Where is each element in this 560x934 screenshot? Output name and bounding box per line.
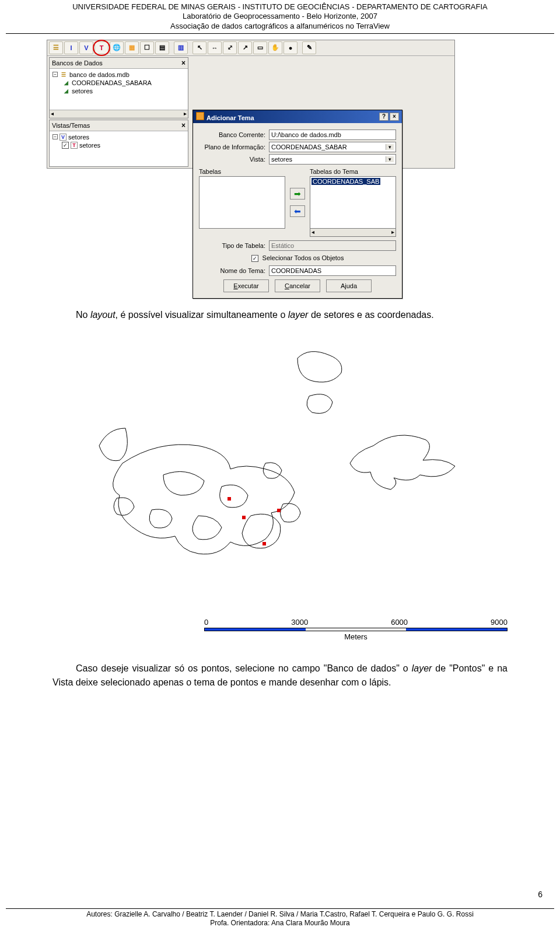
header-rule — [6, 33, 554, 34]
banco-value: U:/\banco de dados.mdb — [271, 131, 341, 138]
scale-tick: 3000 — [291, 618, 308, 627]
pointer-icon[interactable]: ↖ — [192, 41, 206, 54]
views-panel-title: Vistas/Temas — [52, 122, 90, 129]
vista-combo[interactable]: setores ▾ — [269, 154, 396, 165]
tree-view-root[interactable]: − V setores — [51, 133, 186, 141]
banco-label: Banco Corrente: — [199, 131, 269, 138]
para1-a: No — [76, 310, 90, 320]
para2-a: Caso deseje visualizar só os pontos, sel… — [76, 663, 412, 673]
vista-label: Vista: — [199, 156, 269, 163]
tabelas-listbox[interactable] — [199, 176, 285, 229]
map-figure: 0 3000 6000 9000 Meters — [47, 341, 513, 644]
databases-panel: Bancos de Dados × − ☰ banco de dados.mdb… — [49, 57, 188, 118]
dialog-titlebar[interactable]: Adicionar Tema ? × — [193, 110, 402, 123]
para1-c: , é possível visualizar simultaneamente … — [116, 310, 288, 320]
add-theme-dialog: Adicionar Tema ? × Banco Corrente: U:/\b… — [192, 110, 402, 299]
checkbox-icon[interactable]: ✓ — [251, 255, 258, 262]
tabelas-tema-item[interactable]: COORDENADAS_SAB — [312, 178, 380, 185]
tipo-field: Estático — [269, 240, 396, 251]
rect-icon[interactable]: ▭ — [253, 41, 267, 54]
tree-collapse-icon[interactable]: − — [52, 72, 58, 77]
dialog-icon — [196, 112, 204, 120]
dialog-title: Adicionar Tema — [206, 114, 254, 121]
footer-line2: Profa. Orientadora: Ana Clara Mourão Mou… — [12, 919, 548, 928]
nome-value: COORDENADAS — [271, 267, 321, 274]
multi-icon[interactable]: ▤ — [155, 41, 169, 54]
panel-scrollbar[interactable]: ◂▸ — [50, 110, 188, 118]
info-icon[interactable]: I — [64, 41, 78, 54]
layer-icon: ◢ — [62, 88, 70, 95]
layout-icon[interactable]: ▥ — [174, 41, 188, 54]
cancel-button[interactable]: Cancelar — [275, 279, 320, 292]
close-icon[interactable]: × — [181, 121, 186, 130]
execute-button[interactable]: Executar — [223, 279, 269, 292]
views-panel: Vistas/Temas × − V setores ✓ T setores — [49, 120, 188, 167]
map-svg — [47, 341, 513, 644]
database-icon[interactable]: ☰ — [49, 41, 63, 54]
help-button-icon[interactable]: ? — [379, 113, 388, 121]
move-left-button[interactable]: ⬅ — [290, 205, 305, 217]
help-button[interactable]: Ajuda — [326, 279, 372, 292]
tree-layer-row[interactable]: ◢ setores — [51, 87, 186, 95]
view-icon[interactable]: V — [79, 41, 93, 54]
app-icon[interactable]: ▦ — [125, 41, 139, 54]
sel-icon[interactable]: ↗ — [238, 41, 252, 54]
pencil-icon[interactable]: ✎ — [302, 41, 316, 54]
para1-layout: layout — [90, 310, 116, 320]
tree-label: banco de dados.mdb — [69, 71, 130, 78]
checkbox-icon[interactable]: ✓ — [62, 142, 69, 149]
svg-rect-0 — [228, 497, 231, 501]
para1-layer: layer — [288, 310, 309, 320]
circle-icon[interactable]: ● — [284, 41, 298, 54]
plano-combo[interactable]: COORDENADAS_SABAR ▾ — [269, 142, 396, 152]
tree-label: setores — [72, 88, 93, 95]
nome-label: Nome do Tema: — [199, 267, 269, 274]
page-footer: Autores: Grazielle A. Carvalho / Beatriz… — [0, 910, 560, 928]
svg-rect-2 — [277, 509, 281, 512]
tabelas-tema-label: Tabelas do Tema — [310, 168, 396, 175]
close-icon[interactable]: × — [181, 59, 186, 67]
close-icon[interactable]: × — [390, 113, 399, 121]
scale-tick: 6000 — [391, 618, 408, 627]
scale-tick: 0 — [204, 618, 208, 627]
select-all-row[interactable]: ✓ Selecionar Todos os Objetos — [199, 254, 396, 262]
para2-layer: layer — [412, 663, 432, 673]
theme-icon: T — [71, 142, 78, 149]
view-icon: V — [60, 134, 66, 141]
window-icon[interactable]: ☐ — [140, 41, 154, 54]
plano-label: Plano de Informação: — [199, 144, 269, 151]
scale-unit: Meters — [204, 632, 508, 641]
tree-label: setores — [68, 134, 89, 141]
databases-panel-title: Bancos de Dados — [52, 60, 103, 67]
svg-rect-3 — [262, 542, 266, 545]
body-text-1: No layout, é possível visualizar simulta… — [0, 296, 560, 335]
zoom-icon[interactable]: ⤢ — [223, 41, 237, 54]
map-scalebar: 0 3000 6000 9000 Meters — [204, 618, 508, 641]
tree-label: COORDENADAS_SABARA — [72, 79, 152, 86]
tree-theme-row[interactable]: ✓ T setores — [51, 141, 186, 149]
para1-e: de setores e as coordenadas. — [308, 310, 433, 320]
theme-icon[interactable]: T — [94, 41, 108, 54]
header-line2: Laboratório de Geoprocessamento - Belo H… — [6, 12, 554, 21]
move-right-button[interactable]: ➡ — [290, 188, 305, 200]
chevron-down-icon[interactable]: ▾ — [386, 156, 394, 162]
arrow-right-icon: ➡ — [294, 189, 301, 198]
tabelas-tema-listbox[interactable]: COORDENADAS_SAB — [310, 176, 396, 229]
database-icon: ☰ — [60, 71, 68, 78]
listbox-scrollbar[interactable]: ◂▸ — [310, 229, 396, 237]
hand-icon[interactable]: ✋ — [268, 41, 282, 54]
tree-db-root[interactable]: − ☰ banco de dados.mdb — [51, 71, 186, 79]
svg-rect-1 — [242, 516, 246, 519]
tree-collapse-icon[interactable]: − — [52, 134, 58, 139]
pan-icon[interactable]: ↔ — [208, 41, 222, 54]
header-line3: Associação de dados cartográficos a alfa… — [6, 22, 554, 31]
chevron-down-icon[interactable]: ▾ — [386, 144, 394, 150]
tree-label: setores — [79, 142, 100, 149]
select-all-label: Selecionar Todos os Objetos — [262, 254, 344, 261]
globe-icon[interactable]: 🌐 — [110, 41, 124, 54]
arrow-left-icon: ⬅ — [294, 207, 301, 216]
tree-layer-row[interactable]: ◢ COORDENADAS_SABARA — [51, 79, 186, 87]
footer-line1: Autores: Grazielle A. Carvalho / Beatriz… — [12, 910, 548, 919]
nome-field[interactable]: COORDENADAS — [269, 265, 396, 276]
page-header: UNIVERSIDADE FEDERAL DE MINAS GERAIS - I… — [0, 0, 560, 32]
